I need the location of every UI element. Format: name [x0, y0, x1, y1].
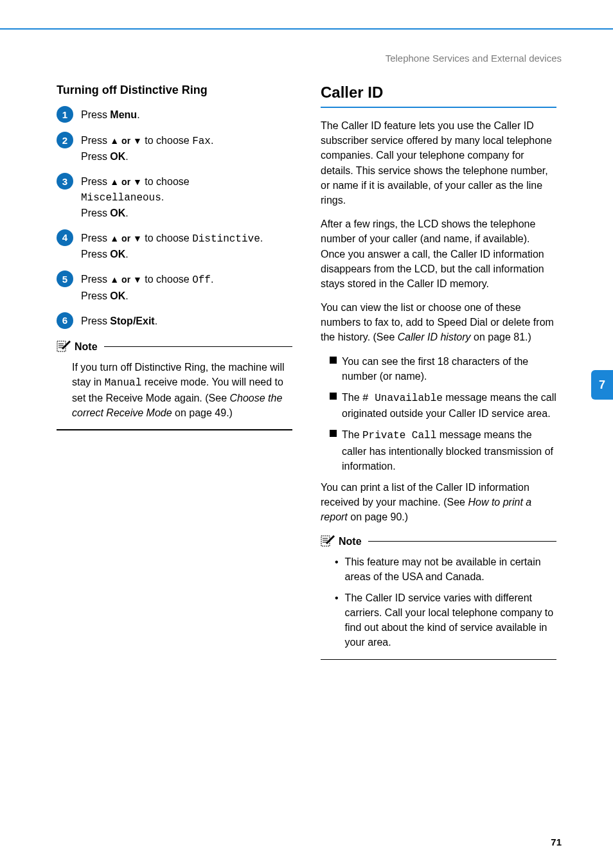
text: . — [161, 191, 164, 202]
list-item: The Private Call message means the calle… — [330, 427, 556, 474]
text: The — [342, 392, 362, 403]
text: . — [125, 208, 128, 218]
right-column: Caller ID The Caller ID feature lets you… — [318, 84, 556, 829]
text: . — [137, 109, 139, 120]
text: Press — [81, 109, 110, 120]
paragraph: You can print a list of the Caller ID in… — [321, 480, 556, 525]
text: on page 81.) — [471, 332, 531, 342]
text: . — [211, 135, 213, 146]
step-number-badge: 1 — [57, 106, 73, 123]
text: to choose — [142, 176, 190, 187]
content-area: Turning off Distinctive Ring 1 Press Men… — [57, 84, 556, 829]
text: . — [260, 233, 263, 244]
step-body: Press ▲ or ▼ to choose Fax. Press OK. — [81, 133, 292, 164]
text: to choose — [142, 274, 192, 285]
ok-label: OK — [110, 290, 125, 301]
top-rule — [0, 28, 613, 30]
up-down-arrows-icon: ▲ or ▼ — [110, 136, 142, 146]
text: Press — [81, 290, 110, 301]
note-header: Note — [321, 534, 556, 549]
ok-label: OK — [110, 151, 125, 162]
list-item: • The Caller ID service varies with diff… — [335, 590, 554, 650]
text: to choose — [142, 135, 192, 146]
step-number-badge: 5 — [57, 270, 73, 287]
text: Press — [81, 249, 110, 260]
note-block: Note • This feature may not be available… — [321, 534, 556, 660]
note-header: Note — [57, 339, 292, 355]
step-2: 2 Press ▲ or ▼ to choose Fax. Press OK. — [57, 133, 292, 164]
step-6: 6 Press Stop/Exit. — [57, 314, 292, 329]
text: The Private Call message means the calle… — [342, 427, 556, 474]
text: . — [125, 151, 128, 162]
step-number-badge: 6 — [57, 312, 73, 329]
step-body: Press ▲ or ▼ to choose Miscellaneous. Pr… — [81, 174, 292, 220]
subheading-turning-off: Turning off Distinctive Ring — [57, 84, 292, 97]
paragraph: The Caller ID feature lets you use the C… — [321, 118, 556, 208]
text: . — [125, 290, 128, 301]
left-column: Turning off Distinctive Ring 1 Press Men… — [57, 84, 295, 829]
heading-rule — [321, 107, 556, 108]
miscellaneous-option: Miscellaneous — [81, 192, 161, 204]
list-item: • This feature may not be available in c… — [335, 554, 554, 584]
text: The Caller ID service varies with differ… — [345, 590, 554, 650]
distinctive-option: Distinctive — [192, 233, 260, 245]
square-bullet-icon — [330, 357, 337, 364]
stop-exit-label: Stop/Exit — [110, 315, 154, 326]
text: The — [342, 429, 362, 440]
list-item: The # Unavailable message means the call… — [330, 390, 556, 421]
text: You can see the first 18 characters of t… — [342, 354, 556, 384]
text: on page 90.) — [348, 511, 408, 522]
list-item: You can see the first 18 characters of t… — [330, 354, 556, 384]
ok-label: OK — [110, 208, 125, 218]
menu-label: Menu — [110, 109, 137, 120]
square-bullet-icon — [330, 430, 337, 437]
text: Press — [81, 233, 110, 244]
text: Press — [81, 274, 110, 285]
text: This feature may not be available in cer… — [345, 554, 554, 584]
dot-bullet-icon: • — [335, 590, 339, 605]
note-bottom-rule — [321, 659, 556, 660]
step-number-badge: 2 — [57, 132, 73, 148]
paragraph: You can view the list or choose one of t… — [321, 300, 556, 345]
step-body: Press ▲ or ▼ to choose Off. Press OK. — [81, 272, 292, 303]
step-number-badge: 3 — [57, 173, 73, 190]
fax-option: Fax — [192, 136, 211, 147]
note-icon — [57, 339, 71, 355]
step-5: 5 Press ▲ or ▼ to choose Off. Press OK. — [57, 272, 292, 303]
note-label: Note — [339, 536, 362, 547]
square-bullet-icon — [330, 393, 337, 400]
note-icon — [321, 534, 335, 549]
note-rule — [368, 541, 556, 542]
note-body: • This feature may not be available in c… — [321, 554, 556, 650]
text: Press — [81, 151, 110, 162]
note-bottom-rule — [57, 429, 292, 430]
text: Press — [81, 135, 110, 146]
manual-mode: Manual — [105, 377, 142, 389]
step-body: Press Menu. — [81, 107, 292, 122]
cross-ref-caller-id-history: Caller ID history — [398, 332, 471, 342]
dot-bullet-icon: • — [335, 554, 339, 569]
step-body: Press Stop/Exit. — [81, 314, 292, 328]
page: Telephone Services and External devices … — [0, 0, 613, 868]
ok-label: OK — [110, 249, 125, 260]
note-block: Note If you turn off Distinctive Ring, t… — [57, 339, 292, 430]
step-body: Press ▲ or ▼ to choose Distinctive. Pres… — [81, 231, 292, 261]
unavailable-message: # Unavailable — [362, 393, 443, 404]
step-3: 3 Press ▲ or ▼ to choose Miscellaneous. … — [57, 174, 292, 220]
up-down-arrows-icon: ▲ or ▼ — [110, 233, 142, 244]
chapter-tab: 7 — [591, 370, 613, 400]
text: Press — [81, 208, 110, 218]
text: The # Unavailable message means the call… — [342, 390, 556, 421]
note-body: If you turn off Distinctive Ring, the ma… — [57, 360, 292, 421]
text: Press — [81, 176, 110, 187]
off-option: Off — [192, 274, 211, 286]
text: on page 49.) — [172, 407, 233, 418]
text: . — [125, 249, 128, 260]
private-call-message: Private Call — [362, 430, 436, 441]
text: Press — [81, 315, 110, 326]
up-down-arrows-icon: ▲ or ▼ — [110, 177, 142, 187]
up-down-arrows-icon: ▲ or ▼ — [110, 274, 142, 285]
text: . — [211, 274, 213, 285]
page-number: 71 — [551, 837, 562, 847]
heading-caller-id: Caller ID — [321, 84, 556, 102]
